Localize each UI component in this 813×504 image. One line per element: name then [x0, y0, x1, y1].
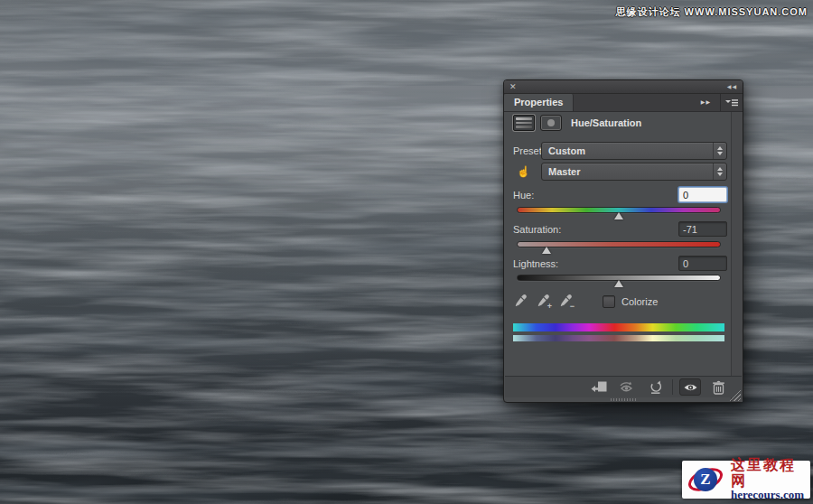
- colorize-label: Colorize: [621, 296, 658, 307]
- site-watermark: 思缘设计论坛 WWW.MISSYUAN.COM: [616, 5, 808, 19]
- channel-row: ☝ Master: [513, 163, 727, 181]
- saturation-slider[interactable]: [517, 241, 721, 254]
- hue-value-input[interactable]: [678, 187, 727, 202]
- panel-title: Hue/Saturation: [571, 117, 641, 128]
- hue-thumb[interactable]: [614, 212, 623, 219]
- panel-titlebar[interactable]: ✕ ◀◀: [504, 80, 743, 94]
- properties-panel: ✕ ◀◀ Properties ▶▶: [503, 79, 743, 403]
- channel-value: Master: [548, 166, 713, 177]
- toolbar-separator: [672, 379, 673, 395]
- eyedropper-minus-icon[interactable]: −: [558, 294, 573, 309]
- hue-label: Hue:: [513, 190, 534, 201]
- photoshop-canvas: 思缘设计论坛 WWW.MISSYUAN.COM ✕ ◀◀ Properties …: [0, 0, 813, 504]
- lightness-thumb[interactable]: [614, 280, 623, 287]
- logo-domain: herecours.com: [731, 489, 805, 501]
- lightness-row: Lightness:: [513, 256, 727, 271]
- targeted-adjustment-tool-icon[interactable]: ☝: [513, 165, 534, 178]
- stepper-arrows-icon: [713, 163, 726, 180]
- tab-properties[interactable]: Properties: [504, 94, 574, 111]
- layer-mask-icon[interactable]: [540, 115, 562, 131]
- saturation-value-input[interactable]: [678, 221, 727, 237]
- lightness-slider[interactable]: [517, 275, 721, 287]
- saturation-thumb[interactable]: [542, 247, 551, 254]
- collapse-panel-icon[interactable]: ◀◀: [727, 80, 737, 93]
- original-spectrum-bar: [513, 323, 724, 331]
- herecours-logo-icon: Z: [686, 463, 725, 496]
- preset-label: Preset:: [513, 145, 541, 156]
- saturation-row: Saturation:: [513, 221, 727, 237]
- logo-title: 这里教程网: [731, 457, 805, 489]
- preset-value: Custom: [548, 145, 713, 156]
- clip-to-layer-icon[interactable]: [588, 378, 610, 396]
- adjusted-spectrum-bar: [513, 335, 724, 341]
- delete-adjustment-trash-icon[interactable]: [707, 378, 729, 396]
- panel-tab-bar: Properties ▶▶: [504, 94, 743, 112]
- lightness-label: Lightness:: [513, 258, 558, 269]
- lightness-value-input[interactable]: [678, 256, 727, 271]
- eyedropper-icon[interactable]: [513, 294, 528, 309]
- preset-dropdown[interactable]: Custom: [541, 142, 727, 160]
- dropper-colorize-row: + − Colorize: [513, 294, 727, 309]
- reset-adjustment-icon[interactable]: [644, 378, 666, 396]
- panel-drag-handle[interactable]: [611, 398, 636, 401]
- logo-letter: Z: [694, 468, 717, 491]
- expand-panel-icon[interactable]: ▶▶: [701, 94, 711, 111]
- adjustment-header: Hue/Saturation: [513, 115, 727, 131]
- colorize-checkbox[interactable]: [603, 295, 615, 308]
- channel-dropdown[interactable]: Master: [541, 163, 727, 181]
- view-previous-state-icon[interactable]: [616, 378, 638, 396]
- stepper-arrows-icon: [713, 143, 726, 159]
- panel-menu-icon[interactable]: [720, 94, 743, 111]
- panel-toolbar: [505, 376, 742, 397]
- preset-row: Preset: Custom: [513, 142, 727, 160]
- hue-slider[interactable]: [517, 207, 721, 219]
- hue-row: Hue:: [513, 187, 727, 202]
- hue-saturation-adjustment-icon[interactable]: [513, 115, 535, 131]
- herecours-logo-card: Z 这里教程网 herecours.com: [682, 461, 810, 499]
- eyedropper-plus-icon[interactable]: +: [536, 294, 550, 309]
- close-icon[interactable]: ✕: [509, 80, 517, 93]
- tab-spacer: [574, 94, 700, 111]
- saturation-label: Saturation:: [513, 224, 561, 235]
- panel-body: Hue/Saturation Preset: Custom ☝ Master: [504, 112, 743, 402]
- layer-visibility-eye-icon[interactable]: [679, 378, 701, 396]
